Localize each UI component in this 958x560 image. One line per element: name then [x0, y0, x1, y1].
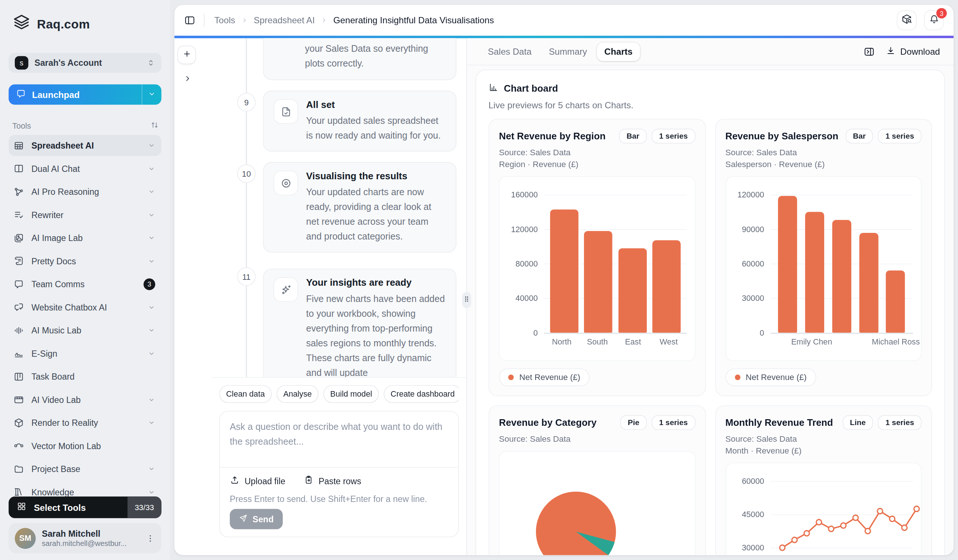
waveform-icon: [14, 325, 24, 335]
chevron-down-icon: [148, 327, 155, 334]
y-axis-tick: 120000: [504, 225, 538, 234]
launchpad-dropdown[interactable]: [141, 84, 161, 105]
chart-source: Source: Sales Data: [499, 434, 695, 444]
chat-step-card-9: All setYour updated sales spreadsheet is…: [263, 90, 457, 152]
chart-plot-pie: [499, 451, 695, 555]
sidebar-item-ai-music-lab[interactable]: AI Music Lab: [8, 320, 161, 341]
timeline-line: [246, 38, 247, 377]
target-icon: [273, 171, 298, 195]
y-axis-tick: 0: [504, 328, 538, 338]
chart-title: Net Revenue by Region: [499, 128, 614, 141]
bar-series: [544, 195, 687, 333]
kanban-icon: [14, 371, 24, 381]
quick-action-create-dashboard[interactable]: Create dashboard: [384, 385, 459, 403]
brand: Raq.com: [0, 0, 170, 34]
chevron-down-icon: [148, 303, 155, 311]
grip-dots-icon: [463, 295, 471, 306]
chart-type-badge: Bar: [619, 128, 647, 143]
sidebar-item-project-base[interactable]: Project Base: [8, 458, 161, 479]
sidebar-item-rewriter[interactable]: Rewriter: [8, 205, 161, 225]
sidebar-item-spreadsheet-ai[interactable]: Spreadsheet AI: [8, 135, 161, 156]
download-button[interactable]: Download: [885, 46, 940, 57]
bar: [652, 240, 681, 333]
collapse-chat-button[interactable]: [180, 73, 194, 87]
chart-source: Source: Sales Data: [725, 434, 922, 444]
sidebar-toggle-icon[interactable]: [184, 15, 195, 26]
sidebar-item-e-sign[interactable]: E-Sign: [8, 343, 161, 364]
panel-collapse-icon[interactable]: [863, 46, 874, 57]
paste-rows-label: Paste rows: [319, 476, 361, 486]
breadcrumb-item-spreadsheet-ai[interactable]: Spreadsheet AI: [254, 16, 314, 25]
chart-source: Source: Sales Data: [725, 148, 922, 157]
sidebar-item-render-to-reality[interactable]: Render to Reality: [8, 412, 161, 433]
quick-actions: Clean dataAnalyseBuild modelCreate dashb…: [219, 385, 459, 403]
kebab-menu-icon[interactable]: [145, 533, 155, 543]
pane-resize-handle[interactable]: [462, 292, 471, 308]
board-subtitle: Live previews for 5 charts on Charts.: [489, 100, 932, 111]
new-chat-button[interactable]: [178, 46, 196, 64]
x-axis-label: West: [651, 337, 686, 346]
bar: [832, 220, 851, 333]
series-badge: 1 series: [652, 415, 695, 430]
series-badge: 1 series: [652, 128, 695, 143]
x-axis-label: Emily Chen: [791, 337, 832, 346]
x-axis-label: North: [544, 337, 579, 346]
chart-grid: Net Revenue by RegionBar1 seriesSource: …: [489, 119, 932, 555]
chart-dims: Region · Revenue (£): [499, 160, 695, 169]
board-scroll-area[interactable]: Chart board Live previews for 5 charts o…: [467, 65, 953, 555]
quick-action-clean-data[interactable]: Clean data: [219, 385, 271, 403]
breadcrumb: ToolsSpreadsheet AIGenerating Insightful…: [214, 16, 494, 25]
breadcrumb-item-generating-insightful-data-visualisations[interactable]: Generating Insightful Data Visualisation…: [333, 16, 494, 25]
paste-rows-button[interactable]: Paste rows: [304, 475, 361, 487]
upload-icon: [230, 475, 240, 487]
sidebar-item-ai-image-lab[interactable]: AI Image Lab: [8, 227, 161, 248]
sidebar-item-label: Task Board: [32, 371, 155, 381]
sidebar-item-pretty-docs[interactable]: Pretty Docs: [8, 251, 161, 272]
tab-sales-data[interactable]: Sales Data: [481, 42, 539, 60]
user-email: sarah.mitchell@westbur...: [42, 539, 139, 548]
sidebar-item-label: Website Chatbox AI: [32, 302, 140, 313]
step-number-11: 11: [237, 267, 256, 286]
sidebar-item-website-chatbox-ai[interactable]: Website Chatbox AI: [8, 297, 161, 318]
chevron-down-icon: [148, 396, 155, 403]
account-label: Sarah's Account: [34, 58, 140, 68]
chevron-down-icon: [148, 234, 155, 241]
sidebar-item-ai-video-lab[interactable]: AI Video Lab: [8, 389, 161, 410]
upload-file-button[interactable]: Upload file: [230, 475, 285, 487]
chevron-down-icon: [148, 165, 155, 172]
sidebar-item-dual-ai-chat[interactable]: Dual AI Chat: [8, 158, 161, 179]
sidebar-item-ai-pro-reasoning[interactable]: AI Pro Reasoning: [8, 181, 161, 202]
send-button[interactable]: Send: [230, 509, 283, 529]
account-avatar: s: [15, 56, 29, 70]
header-divider: [204, 14, 205, 27]
package-search-button[interactable]: [897, 10, 917, 30]
quick-action-build-model[interactable]: Build model: [324, 385, 379, 403]
avatar: SM: [15, 528, 36, 549]
launchpad-button[interactable]: Launchpad: [8, 84, 161, 105]
breadcrumb-item-tools[interactable]: Tools: [214, 16, 235, 25]
sidebar-item-label: Dual AI Chat: [32, 164, 140, 174]
sort-icon[interactable]: [151, 121, 159, 131]
tab-charts[interactable]: Charts: [597, 42, 640, 60]
y-axis-tick: 40000: [504, 293, 538, 303]
sidebar-item-team-comms[interactable]: Team Comms3: [8, 273, 161, 295]
legend-pill: Net Revenue (£): [725, 368, 816, 386]
user-name: Sarah Mitchell: [42, 528, 139, 539]
workbook-pane: Sales DataSummaryCharts Download Chart: [467, 38, 953, 555]
composer-input[interactable]: [220, 411, 458, 467]
send-icon: [239, 514, 247, 524]
breadcrumb-separator-icon: [241, 17, 248, 24]
quick-action-analyse[interactable]: Analyse: [276, 385, 319, 403]
notifications-button[interactable]: 3: [924, 10, 944, 30]
step-number-10: 10: [237, 165, 256, 183]
tools-section-header: Tools: [12, 121, 159, 131]
sidebar-item-label: Project Base: [32, 464, 140, 474]
chat-timeline[interactable]: your Sales Data so everything plots corr…: [211, 38, 466, 377]
sidebar-item-vector-motion-lab[interactable]: Vector Motion Lab: [8, 435, 161, 457]
tab-summary[interactable]: Summary: [541, 42, 594, 60]
x-axis-label: South: [579, 337, 615, 346]
sidebar-item-task-board[interactable]: Task Board: [8, 366, 161, 387]
account-switcher[interactable]: s Sarah's Account: [8, 53, 161, 73]
user-card[interactable]: SM Sarah Mitchell sarah.mitchell@westbur…: [8, 523, 161, 553]
select-tools-button[interactable]: Select Tools 33/33: [8, 497, 161, 518]
